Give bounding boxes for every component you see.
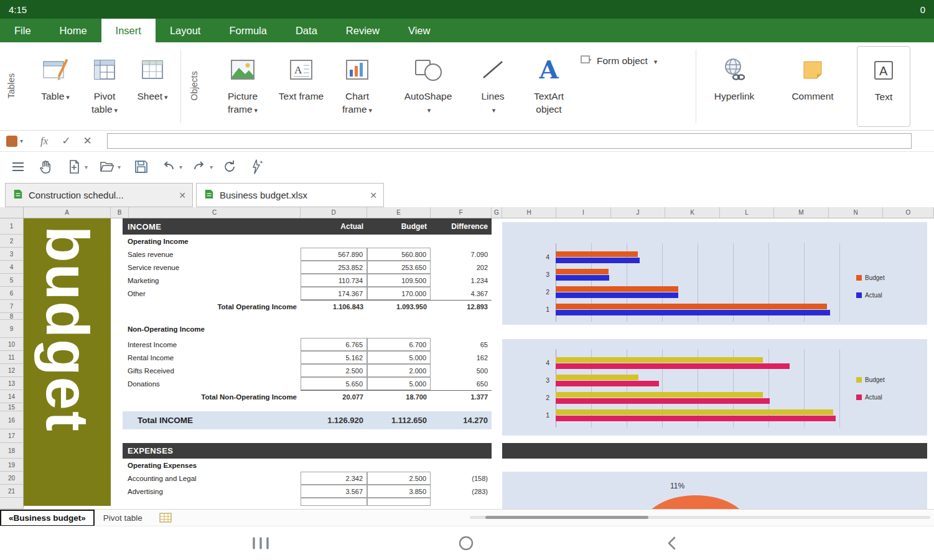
sheet-row-item[interactable]: Other174.367170.0004.367 bbox=[123, 287, 492, 300]
row-header-3[interactable]: 3 bbox=[0, 248, 24, 261]
home-icon[interactable] bbox=[458, 535, 474, 554]
sheet-row-item[interactable]: Marketing110.734109.5001.234 bbox=[123, 274, 492, 287]
cell[interactable]: 650 bbox=[431, 377, 492, 390]
cell[interactable]: Budget bbox=[367, 218, 431, 235]
cell[interactable]: 3.567 bbox=[301, 485, 367, 498]
column-header-K[interactable]: K bbox=[665, 207, 720, 218]
menu-file[interactable]: File bbox=[0, 19, 45, 42]
picture-frame-button[interactable]: Picture frame bbox=[217, 42, 269, 129]
cell-style-caret[interactable] bbox=[20, 138, 23, 144]
cell[interactable]: 2.500 bbox=[367, 472, 431, 485]
row-header-9[interactable]: 9 bbox=[0, 320, 24, 338]
recent-apps-icon[interactable] bbox=[250, 535, 271, 554]
cell[interactable]: 1.106.843 bbox=[301, 300, 367, 313]
cell[interactable]: Donations bbox=[123, 377, 301, 390]
cell[interactable]: 253.852 bbox=[301, 261, 367, 274]
cell[interactable]: Accounting and Legal bbox=[123, 472, 301, 485]
accept-formula-button[interactable] bbox=[62, 134, 70, 147]
menu-home[interactable]: Home bbox=[45, 19, 101, 42]
cell[interactable]: Total INCOME bbox=[123, 411, 301, 429]
sheet-row-total[interactable]: Total Operating Income1.106.8431.093.950… bbox=[123, 300, 492, 313]
lines-button[interactable]: Lines bbox=[472, 42, 514, 129]
column-header-H[interactable]: H bbox=[502, 207, 556, 218]
cancel-formula-button[interactable] bbox=[83, 134, 92, 147]
row-header-7[interactable]: 7 bbox=[0, 300, 24, 313]
column-header-G[interactable]: G bbox=[492, 207, 502, 218]
cell[interactable]: 6.765 bbox=[301, 338, 367, 351]
cell[interactable]: 1.112.650 bbox=[367, 411, 431, 429]
cell[interactable]: 2.500 bbox=[301, 364, 367, 377]
column-header-A[interactable]: A bbox=[24, 207, 111, 218]
row-header-21[interactable]: 21 bbox=[0, 485, 24, 498]
cell[interactable]: 1.234 bbox=[431, 274, 492, 287]
cell[interactable]: EXPENSES bbox=[123, 443, 301, 459]
cell[interactable]: Non-Operating Income bbox=[123, 320, 301, 338]
cell[interactable]: 5.162 bbox=[301, 351, 367, 364]
row-header-6[interactable]: 6 bbox=[0, 287, 24, 300]
repeat-action-icon[interactable] bbox=[220, 157, 239, 176]
redo-caret[interactable] bbox=[210, 164, 213, 170]
cell[interactable]: 109.500 bbox=[367, 274, 431, 287]
cell[interactable]: Interest Income bbox=[123, 338, 301, 351]
menu-data[interactable]: Data bbox=[281, 19, 332, 42]
cell[interactable]: 2.342 bbox=[301, 472, 367, 485]
menu-layout[interactable]: Layout bbox=[156, 19, 215, 42]
sheet-row-blank[interactable] bbox=[123, 313, 492, 320]
row-header-18[interactable]: 18 bbox=[0, 443, 24, 459]
cell[interactable]: 65 bbox=[431, 338, 492, 351]
sheet-row-item[interactable]: Gifts Received2.5002.000500 bbox=[123, 364, 492, 377]
cell[interactable] bbox=[367, 498, 431, 506]
menu-review[interactable]: Review bbox=[332, 19, 394, 42]
cell[interactable]: Gifts Received bbox=[123, 364, 301, 377]
sheet-row-item[interactable]: Service revenue253.852253.650202 bbox=[123, 261, 492, 274]
non-operating-income-chart[interactable]: 4321 BudgetActual bbox=[502, 339, 927, 436]
row-header-2[interactable]: 2 bbox=[0, 235, 24, 248]
open-folder-icon[interactable] bbox=[98, 157, 116, 176]
cell[interactable]: 18.700 bbox=[367, 390, 431, 403]
row-header-16[interactable]: 16 bbox=[0, 411, 24, 429]
sheet-row-subtitle[interactable]: Non-Operating Income bbox=[123, 320, 492, 338]
form-object-button[interactable]: Form object bbox=[580, 54, 657, 68]
column-header-O[interactable]: O bbox=[883, 207, 934, 218]
new-sheet-icon[interactable] bbox=[159, 511, 172, 524]
flash-fill-icon[interactable] bbox=[248, 157, 266, 176]
column-header-F[interactable]: F bbox=[431, 207, 492, 218]
cell[interactable]: Total Operating Income bbox=[123, 300, 301, 313]
row-header-10[interactable]: 10 bbox=[0, 338, 24, 351]
menu-view[interactable]: View bbox=[394, 19, 444, 42]
expenses-pie-chart[interactable]: 11% bbox=[502, 472, 927, 509]
new-document-caret[interactable] bbox=[85, 164, 88, 170]
redo-icon[interactable] bbox=[190, 157, 208, 176]
horizontal-scrollbar-track[interactable] bbox=[470, 516, 930, 519]
cell[interactable]: 12.893 bbox=[431, 300, 492, 313]
cell[interactable]: 1.126.920 bbox=[301, 411, 367, 429]
cell[interactable] bbox=[123, 498, 301, 506]
hyperlink-button[interactable]: Hyperlink bbox=[704, 42, 764, 129]
column-header-M[interactable]: M bbox=[774, 207, 829, 218]
cell[interactable]: 3.850 bbox=[367, 485, 431, 498]
row-header-15[interactable]: 15 bbox=[0, 403, 24, 411]
row-header-17[interactable]: 17 bbox=[0, 429, 24, 443]
autoshape-button[interactable]: AutoShape bbox=[395, 42, 462, 129]
cell[interactable] bbox=[431, 498, 492, 506]
cell[interactable]: 1.377 bbox=[431, 390, 492, 403]
row-header-1[interactable]: 1 bbox=[0, 218, 24, 235]
sheet-row-blank[interactable] bbox=[123, 429, 492, 443]
row-header-14[interactable]: 14 bbox=[0, 390, 24, 403]
sheet-row-band[interactable]: EXPENSES bbox=[123, 443, 492, 459]
menu-insert[interactable]: Insert bbox=[101, 19, 156, 42]
pan-hand-icon[interactable] bbox=[36, 157, 55, 176]
sheet-row-item[interactable]: Sales revenue567.890560.8007.090 bbox=[123, 248, 492, 261]
text-frame-button[interactable]: A Text frame bbox=[278, 42, 325, 129]
cell[interactable]: 20.077 bbox=[301, 390, 367, 403]
sheet-row-total[interactable]: Total Non-Operating Income20.07718.7001.… bbox=[123, 390, 492, 403]
sheet-row-header[interactable]: INCOMEActualBudgetDifference bbox=[123, 218, 492, 235]
column-header-C[interactable]: C bbox=[129, 207, 301, 218]
cell[interactable]: 6.700 bbox=[367, 338, 431, 351]
cell[interactable]: 253.650 bbox=[367, 261, 431, 274]
table-button[interactable]: Table bbox=[35, 42, 76, 129]
column-header-L[interactable]: L bbox=[720, 207, 774, 218]
sheet-tab-pivot-table[interactable]: Pivot table bbox=[95, 513, 151, 523]
new-document-icon[interactable] bbox=[65, 157, 83, 176]
horizontal-scrollbar-thumb[interactable] bbox=[485, 516, 648, 519]
